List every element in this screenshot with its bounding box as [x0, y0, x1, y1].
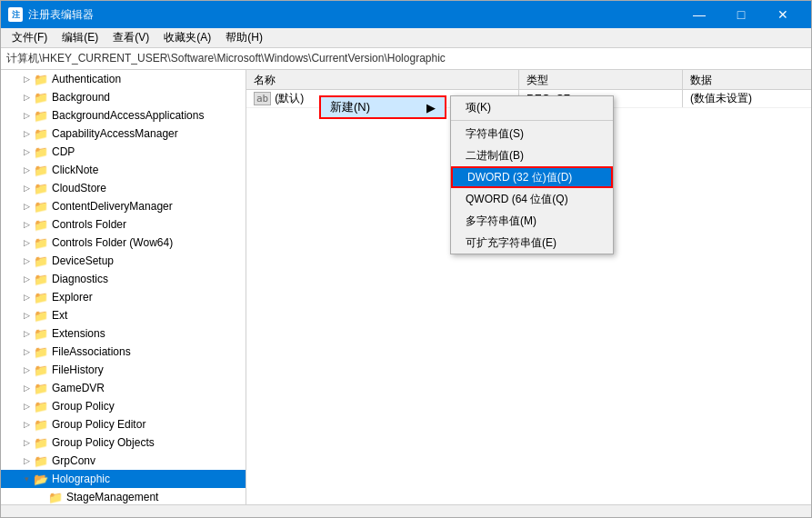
menu-edit[interactable]: 编辑(E) [55, 28, 105, 47]
expand-icon-gpe: ▷ [19, 417, 34, 432]
tree-label-gpo: Group Policy Objects [52, 436, 155, 449]
expand-icon-gamedvr: ▷ [19, 381, 34, 395]
folder-icon-cloudstore: 📁 [34, 182, 48, 194]
expand-icon-baa: ▷ [19, 108, 34, 123]
tree-item-fileassociations[interactable]: ▷ 📁 FileAssociations [1, 343, 246, 361]
tree-label-cf: Controls Folder [52, 218, 126, 231]
tree-item-filehistory[interactable]: ▷ 📁 FileHistory [1, 361, 246, 379]
expand-icon-cam: ▷ [19, 126, 34, 141]
window-controls: — □ ✕ [678, 1, 804, 28]
address-path: 计算机\HKEY_CURRENT_USER\Software\Microsoft… [6, 51, 446, 66]
folder-icon-fileassoc: 📁 [34, 345, 48, 358]
tree-item-cdp[interactable]: ▷ 📁 CDP [1, 143, 246, 161]
menu-file[interactable]: 文件(F) [5, 28, 55, 47]
folder-icon-cfw64: 📁 [34, 236, 48, 249]
tree-item-background[interactable]: ▷ 📁 Background [1, 88, 246, 106]
tree-item-cloudstore[interactable]: ▷ 📁 CloudStore [1, 179, 246, 197]
menu-help[interactable]: 帮助(H) [218, 28, 270, 47]
tree-item-gamedvr[interactable]: ▷ 📁 GameDVR [1, 379, 246, 397]
tree-label-gpe: Group Policy Editor [52, 418, 145, 431]
folder-icon-cf: 📁 [34, 218, 48, 231]
tree-item-stagemanagement[interactable]: 📁 StageManagement [1, 488, 246, 504]
expand-icon-holographic: ▾ [19, 472, 34, 486]
new-menu-button[interactable]: 新建(N) ▶ [319, 95, 446, 119]
folder-icon-stagemanagement: 📁 [48, 491, 63, 503]
tree-item-diagnostics[interactable]: ▷ 📁 Diagnostics [1, 270, 246, 288]
tree-item-clicknote[interactable]: ▷ 📁 ClickNote [1, 161, 246, 179]
tree-label-baa: BackgroundAccessApplications [52, 109, 204, 122]
submenu-item-expandstring[interactable]: 可扩充字符串值(E) [451, 232, 613, 254]
tree-item-devicesetup[interactable]: ▷ 📁 DeviceSetup [1, 252, 246, 270]
tree-item-backgroundaccessapplications[interactable]: ▷ 📁 BackgroundAccessApplications [1, 106, 246, 125]
menu-view[interactable]: 查看(V) [105, 28, 156, 47]
expand-icon-ext: ▷ [19, 308, 34, 323]
folder-icon-grpconv: 📁 [34, 454, 48, 467]
expand-icon-authentication: ▷ [19, 72, 34, 86]
submenu-divider [451, 120, 613, 121]
tree-label-explorer: Explorer [52, 291, 93, 304]
expand-icon-grpconv: ▷ [19, 453, 34, 468]
maximize-button[interactable]: □ [720, 1, 762, 28]
folder-icon-clicknote: 📁 [34, 164, 48, 176]
tree-item-authentication[interactable]: ▷ 📁 Authentication [1, 70, 246, 88]
tree-item-controls-folder[interactable]: ▷ 📁 Controls Folder [1, 215, 246, 234]
tree-item-extensions[interactable]: ▷ 📁 Extensions [1, 324, 246, 343]
folder-icon-gamedvr: 📁 [34, 382, 48, 394]
registry-string-icon: ab [254, 92, 271, 105]
new-button-label: 新建(N) [330, 99, 370, 115]
expand-icon-cdm: ▷ [19, 199, 34, 214]
tree-item-grpconv[interactable]: ▷ 📁 GrpConv [1, 452, 246, 470]
column-header-data: 数据 [683, 70, 811, 89]
expand-icon-gpo: ▷ [19, 435, 34, 450]
tree-label-stagemanagement: StageManagement [66, 491, 158, 503]
submenu-arrow-icon: ▶ [426, 101, 436, 115]
menu-favorites[interactable]: 收藏夹(A) [156, 28, 218, 47]
minimize-button[interactable]: — [678, 1, 720, 28]
tree-item-group-policy[interactable]: ▷ 📁 Group Policy [1, 397, 246, 415]
expand-icon-extensions: ▷ [19, 326, 34, 341]
main-content: ▷ 📁 Authentication ▷ 📁 Background ▷ 📁 Ba… [1, 70, 811, 504]
address-bar[interactable]: 计算机\HKEY_CURRENT_USER\Software\Microsoft… [1, 48, 811, 70]
expand-icon-gp: ▷ [19, 399, 34, 413]
tree-label-devicesetup: DeviceSetup [52, 254, 114, 267]
submenu-item-multistring[interactable]: 多字符串值(M) [451, 210, 613, 232]
tree-item-contentdeliverymanager[interactable]: ▷ 📁 ContentDeliveryManager [1, 197, 246, 215]
tree-item-explorer[interactable]: ▷ 📁 Explorer [1, 288, 246, 306]
folder-icon-gp: 📁 [34, 400, 48, 413]
submenu-item-dword[interactable]: DWORD (32 位)值(D) [451, 166, 613, 188]
tree-label-diagnostics: Diagnostics [52, 273, 108, 285]
folder-icon-filehistory: 📁 [34, 364, 48, 376]
title-bar: 注 注册表编辑器 — □ ✕ [1, 1, 811, 28]
tree-item-ext[interactable]: ▷ 📁 Ext [1, 306, 246, 324]
tree-item-group-policy-objects[interactable]: ▷ 📁 Group Policy Objects [1, 433, 246, 452]
expand-icon-cfw64: ▷ [19, 235, 34, 250]
submenu-item-string[interactable]: 字符串值(S) [451, 123, 613, 144]
expand-icon-devicesetup: ▷ [19, 254, 34, 268]
tree-label-cdm: ContentDeliveryManager [52, 200, 173, 213]
folder-icon-diagnostics: 📁 [34, 273, 48, 285]
tree-panel[interactable]: ▷ 📁 Authentication ▷ 📁 Background ▷ 📁 Ba… [1, 70, 246, 504]
expand-icon-fileassoc: ▷ [19, 344, 34, 359]
tree-label-gp: Group Policy [52, 400, 115, 413]
close-button[interactable]: ✕ [762, 1, 804, 28]
new-submenu: 项(K) 字符串值(S) 二进制值(B) DWORD (32 位)值(D) QW… [450, 95, 614, 254]
submenu-item-key[interactable]: 项(K) [451, 96, 613, 118]
right-panel: 名称 类型 数据 ab (默认) REG_SZ (数值未设置) [246, 70, 811, 504]
folder-icon-cdm: 📁 [34, 200, 48, 213]
expand-icon-cf: ▷ [19, 217, 34, 232]
submenu-item-qword[interactable]: QWORD (64 位值(Q) [451, 188, 613, 210]
folder-icon-gpo: 📁 [34, 436, 48, 449]
folder-icon-gpe: 📁 [34, 418, 48, 431]
tree-item-holographic[interactable]: ▾ 📂 Holographic [1, 470, 246, 488]
folder-icon-devicesetup: 📁 [34, 254, 48, 267]
folder-icon-ext: 📁 [34, 309, 48, 322]
expand-icon-clicknote: ▷ [19, 163, 34, 177]
folder-icon-extensions: 📁 [34, 327, 48, 340]
tree-item-capabilityaccessmanager[interactable]: ▷ 📁 CapabilityAccessManager [1, 125, 246, 143]
submenu-item-binary[interactable]: 二进制值(B) [451, 144, 613, 166]
tree-item-group-policy-editor[interactable]: ▷ 📁 Group Policy Editor [1, 415, 246, 433]
tree-item-controls-folder-wow64[interactable]: ▷ 📁 Controls Folder (Wow64) [1, 234, 246, 252]
horizontal-scrollbar[interactable] [1, 504, 811, 517]
tree-label-fileassoc: FileAssociations [52, 345, 131, 358]
context-menu-container: 新建(N) ▶ 项(K) 字符串值(S) 二进制值(B) DWORD (32 位… [319, 95, 446, 119]
